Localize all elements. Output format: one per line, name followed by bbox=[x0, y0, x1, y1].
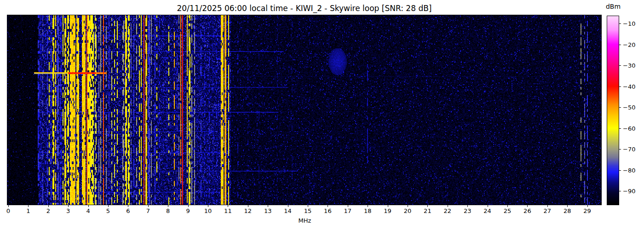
x-tick-label: 4 bbox=[86, 207, 90, 214]
colorbar-tick bbox=[619, 191, 621, 191]
x-tick bbox=[168, 205, 168, 207]
x-tick bbox=[8, 205, 9, 207]
colorbar-tick-label: −20 bbox=[623, 41, 635, 48]
colorbar-tick bbox=[619, 107, 621, 108]
x-tick bbox=[228, 205, 228, 207]
x-tick-label: 19 bbox=[384, 207, 391, 214]
x-tick bbox=[328, 205, 328, 207]
x-tick-label: 7 bbox=[146, 207, 150, 214]
x-tick-label: 22 bbox=[444, 207, 452, 214]
x-tick bbox=[28, 205, 29, 207]
x-tick-label: 14 bbox=[284, 207, 292, 214]
chart-title: 20/11/2025 06:00 local time - KIWI_2 - S… bbox=[7, 4, 601, 13]
x-tick-label: 3 bbox=[66, 207, 70, 214]
colorbar-tick-label: −60 bbox=[623, 125, 635, 132]
colorbar-tick bbox=[619, 45, 621, 45]
x-tick-label: 2 bbox=[46, 207, 50, 214]
x-tick-label: 28 bbox=[564, 207, 571, 214]
spectrogram-figure: 20/11/2025 06:00 local time - KIWI_2 - S… bbox=[0, 0, 644, 230]
x-tick bbox=[268, 205, 268, 207]
colorbar-tick bbox=[619, 149, 621, 150]
colorbar-tick bbox=[619, 65, 621, 66]
x-tick-label: 5 bbox=[106, 207, 110, 214]
x-tick bbox=[527, 205, 528, 207]
colorbar bbox=[607, 16, 619, 205]
x-tick bbox=[208, 205, 208, 207]
colorbar-tick-label: −90 bbox=[623, 188, 635, 195]
x-tick bbox=[567, 205, 568, 207]
x-tick-label: 25 bbox=[504, 207, 512, 214]
x-tick bbox=[467, 205, 468, 207]
colorbar-tick-label: −40 bbox=[623, 83, 635, 90]
x-tick-label: 20 bbox=[404, 207, 412, 214]
x-tick-label: 12 bbox=[244, 207, 252, 214]
x-tick-label: 26 bbox=[523, 207, 531, 214]
x-tick bbox=[308, 205, 308, 207]
x-tick-label: 17 bbox=[344, 207, 352, 214]
colorbar-tick-label: −80 bbox=[623, 167, 635, 173]
x-tick-label: 0 bbox=[6, 207, 10, 214]
spectrogram-canvas bbox=[7, 15, 601, 205]
x-tick-label: 13 bbox=[264, 207, 272, 214]
x-tick bbox=[348, 205, 348, 207]
x-tick bbox=[108, 205, 109, 207]
colorbar-title: dBm bbox=[604, 3, 622, 10]
colorbar-tick bbox=[619, 128, 621, 129]
x-tick-label: 15 bbox=[304, 207, 312, 214]
x-tick-label: 23 bbox=[464, 207, 472, 214]
x-tick bbox=[288, 205, 288, 207]
x-tick bbox=[128, 205, 128, 207]
spectrogram-plot bbox=[7, 15, 602, 205]
x-tick bbox=[427, 205, 428, 207]
x-tick-label: 8 bbox=[166, 207, 170, 214]
x-tick bbox=[388, 205, 388, 207]
x-tick bbox=[68, 205, 69, 207]
x-tick bbox=[88, 205, 89, 207]
x-tick-label: 9 bbox=[186, 207, 190, 214]
x-tick-label: 1 bbox=[26, 207, 30, 214]
x-tick bbox=[188, 205, 189, 207]
x-tick bbox=[547, 205, 548, 207]
x-tick bbox=[368, 205, 368, 207]
colorbar-tick-label: −30 bbox=[623, 62, 635, 69]
x-tick bbox=[507, 205, 508, 207]
x-tick bbox=[148, 205, 149, 207]
x-tick bbox=[488, 205, 488, 207]
colorbar-tick bbox=[619, 86, 621, 87]
x-tick bbox=[587, 205, 588, 207]
x-tick-label: 6 bbox=[126, 207, 130, 214]
x-tick bbox=[48, 205, 49, 207]
x-tick bbox=[448, 205, 448, 207]
x-tick-label: 10 bbox=[204, 207, 212, 214]
x-tick-label: 21 bbox=[424, 207, 431, 214]
x-tick-label: 18 bbox=[364, 207, 372, 214]
colorbar-tick-label: −70 bbox=[623, 146, 635, 153]
x-tick-label: 29 bbox=[583, 207, 591, 214]
colorbar-tick bbox=[619, 23, 621, 24]
x-tick-label: 11 bbox=[224, 207, 232, 214]
colorbar-tick-label: −10 bbox=[623, 20, 635, 27]
x-tick-label: 24 bbox=[483, 207, 491, 214]
colorbar-tick-label: −50 bbox=[623, 104, 635, 111]
x-tick-label: 16 bbox=[324, 207, 332, 214]
x-tick-label: 27 bbox=[544, 207, 552, 214]
x-tick bbox=[248, 205, 248, 207]
x-tick bbox=[408, 205, 408, 207]
x-axis-unit-label: MHz bbox=[299, 217, 311, 224]
colorbar-tick bbox=[619, 170, 621, 171]
colorbar-canvas bbox=[607, 16, 619, 205]
